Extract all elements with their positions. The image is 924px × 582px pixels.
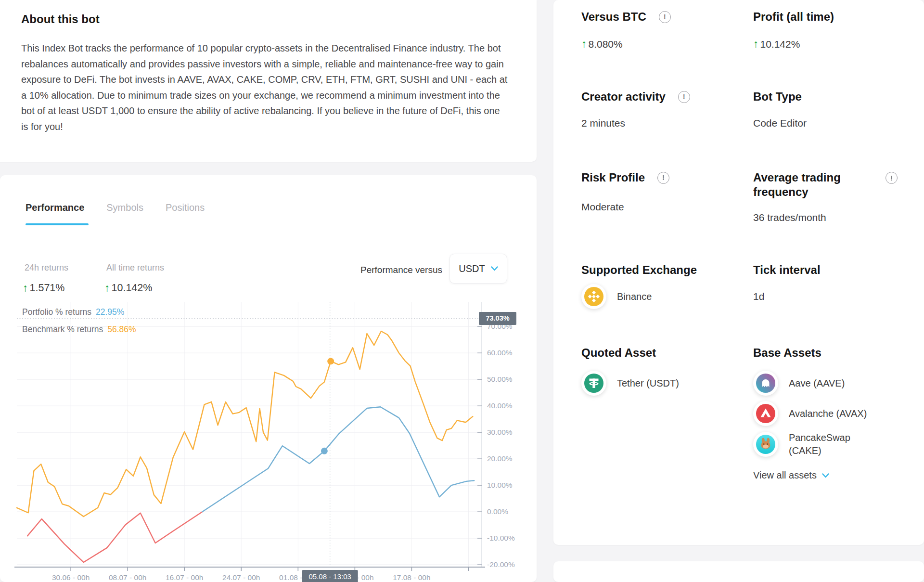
- legend-portfolio: Portfolio % returns 22.95%: [22, 307, 136, 317]
- stat-label: Average trading frequency: [753, 170, 876, 199]
- up-arrow-icon: [104, 282, 112, 295]
- svg-text:60.00%: 60.00%: [487, 349, 513, 357]
- svg-text:50.00%: 50.00%: [487, 375, 513, 383]
- returns-24h-value: 1.571%: [23, 282, 64, 295]
- svg-text:17.08 - 00h: 17.08 - 00h: [393, 573, 430, 582]
- stat-label: Supported Exchange: [581, 263, 697, 277]
- svg-text:05.08 - 13:03: 05.08 - 13:03: [309, 572, 351, 581]
- asset-name: Tether (USDT): [617, 377, 679, 390]
- stat-quoted-asset: Quoted Asset Tether (USDT): [581, 346, 679, 396]
- tab-positions[interactable]: Positions: [166, 202, 205, 213]
- legend-benchmark: Benchmark % returns 56.86%: [22, 324, 136, 335]
- stat-value: 1d: [753, 291, 821, 302]
- info-icon[interactable]: [678, 91, 690, 103]
- stat-label: Tick interval: [753, 263, 821, 277]
- legend-portfolio-value: 22.95%: [96, 307, 124, 317]
- about-title: About this bot: [21, 13, 100, 26]
- info-icon[interactable]: [886, 172, 898, 184]
- tether-icon: [581, 371, 606, 396]
- about-body: This Index Bot tracks the performance of…: [21, 40, 508, 134]
- stat-bot-type: Bot Type Code Editor: [753, 90, 807, 129]
- svg-text:30.06 - 00h: 30.06 - 00h: [52, 573, 90, 582]
- svg-text:-10.00%: -10.00%: [487, 534, 515, 542]
- active-tab-indicator: [26, 223, 89, 225]
- asset-name: PancakeSwap (CAKE): [789, 431, 873, 457]
- legend-benchmark-value: 56.86%: [107, 324, 136, 335]
- stat-value: 36 trades/month: [753, 212, 876, 223]
- stat-label: Versus BTC: [581, 10, 646, 24]
- aave-icon: [753, 371, 778, 396]
- legend-benchmark-label: Benchmark % returns: [22, 324, 103, 335]
- svg-text:73.03%: 73.03%: [486, 314, 509, 322]
- info-icon[interactable]: [659, 11, 671, 23]
- stat-tick-interval: Tick interval 1d: [753, 263, 821, 302]
- stat-label: Bot Type: [753, 90, 802, 104]
- stat-label: Profit (all time): [753, 10, 834, 24]
- stat-value: 8.080%: [589, 39, 623, 50]
- asset-name: Avalanche (AVAX): [789, 407, 867, 420]
- stat-label: Creator activity: [581, 90, 666, 104]
- svg-text:40.00%: 40.00%: [487, 401, 513, 410]
- svg-text:08.07 - 00h: 08.07 - 00h: [109, 573, 146, 582]
- stat-base-assets: Base Assets Aave (AAVE): [753, 346, 873, 481]
- next-section-card: [553, 561, 924, 582]
- stat-label: Base Assets: [753, 346, 821, 360]
- binance-icon: [581, 284, 606, 309]
- view-all-assets-label: View all assets: [753, 470, 817, 481]
- asset-name: Aave (AAVE): [789, 377, 845, 390]
- stat-value: Moderate: [581, 201, 669, 213]
- returns-alltime-number: 10.142%: [112, 282, 153, 294]
- list-item: Aave (AAVE): [753, 371, 873, 396]
- svg-text:0.00%: 0.00%: [487, 507, 508, 516]
- svg-text:16.07 - 00h: 16.07 - 00h: [166, 573, 203, 582]
- benchmark-selected-value: USDT: [459, 263, 485, 274]
- tab-bar: Performance Symbols Positions: [26, 202, 205, 213]
- chevron-down-icon: [822, 473, 829, 478]
- svg-text:10.00%: 10.00%: [487, 481, 513, 489]
- stat-profit-alltime: Profit (all time) 10.142%: [753, 10, 834, 51]
- performance-card: Performance Symbols Positions 24h return…: [0, 175, 537, 582]
- svg-text:-20.00%: -20.00%: [487, 560, 515, 569]
- exchange-name: Binance: [617, 290, 652, 303]
- view-all-assets-link[interactable]: View all assets: [753, 470, 873, 481]
- svg-text:30.00%: 30.00%: [487, 428, 513, 436]
- up-arrow-icon: [753, 38, 760, 51]
- chart-legend: Portfolio % returns 22.95% Benchmark % r…: [22, 307, 136, 342]
- up-arrow-icon: [581, 38, 589, 51]
- stat-label: Quoted Asset: [581, 346, 656, 360]
- benchmark-select[interactable]: USDT: [449, 254, 507, 284]
- about-card: About this bot This Index Bot tracks the…: [0, 0, 537, 162]
- tab-performance[interactable]: Performance: [26, 202, 84, 213]
- performance-versus-label: Performance versus: [360, 265, 442, 275]
- stat-label: Risk Profile: [581, 170, 645, 185]
- up-arrow-icon: [23, 282, 30, 295]
- stat-risk-profile: Risk Profile Moderate: [581, 170, 669, 213]
- stat-supported-exchange: Supported Exchange Binance: [581, 263, 697, 309]
- svg-text:20.00%: 20.00%: [487, 454, 513, 463]
- bot-stats-panel: Versus BTC 8.080% Profit (all time) 10.1…: [553, 0, 924, 545]
- stat-value: Code Editor: [753, 117, 807, 129]
- tab-symbols[interactable]: Symbols: [106, 202, 143, 213]
- stat-creator-activity: Creator activity 2 minutes: [581, 90, 690, 129]
- returns-24h-label: 24h returns: [25, 263, 68, 273]
- stat-value: 2 minutes: [581, 117, 690, 129]
- returns-24h-number: 1.571%: [30, 282, 65, 294]
- legend-portfolio-label: Portfolio % returns: [22, 307, 91, 317]
- avalanche-icon: [753, 401, 778, 426]
- chevron-down-icon: [491, 266, 498, 271]
- pancakeswap-icon: [753, 432, 778, 457]
- stat-versus-btc: Versus BTC 8.080%: [581, 10, 671, 51]
- returns-alltime-value: 10.142%: [104, 282, 152, 295]
- info-icon[interactable]: [657, 172, 669, 184]
- list-item: PancakeSwap (CAKE): [753, 431, 873, 457]
- stat-value: 10.142%: [760, 39, 800, 50]
- stat-avg-trading-frequency: Average trading frequency 36 trades/mont…: [753, 170, 876, 223]
- bot-detail-page: About this bot This Index Bot tracks the…: [0, 0, 924, 582]
- svg-text:24.07 - 00h: 24.07 - 00h: [222, 573, 260, 582]
- returns-alltime-label: All time returns: [106, 263, 164, 273]
- base-asset-list: Aave (AAVE) Avalanche (AVAX): [753, 371, 873, 457]
- list-item: Avalanche (AVAX): [753, 401, 873, 426]
